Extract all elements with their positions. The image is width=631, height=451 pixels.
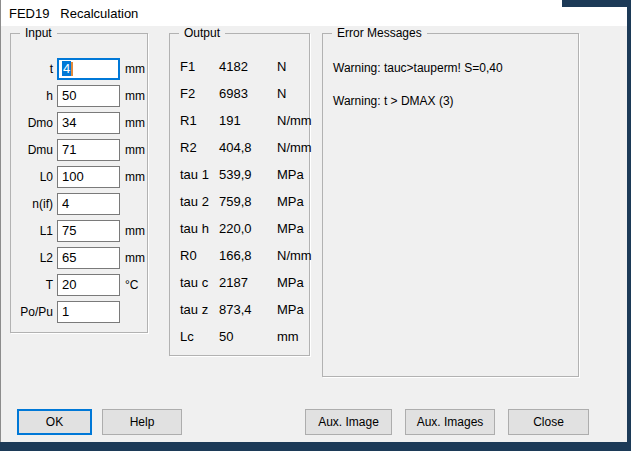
output-row-tauc: tau c 2187 MPa: [180, 269, 309, 296]
window-left-edge: [0, 0, 1, 444]
output-row-f2: F2 6983 N: [180, 80, 309, 107]
input-field-h[interactable]: [57, 85, 120, 107]
input-row-temp: T °C: [11, 271, 147, 298]
input-group-label: Input: [20, 26, 57, 41]
output-group-label: Output: [179, 26, 225, 41]
output-row-r2: R2 404,8 N/mm: [180, 134, 309, 161]
input-unit-l1: mm: [125, 224, 145, 238]
output-group: Output F1 4182 N F2 6983 N R1 191 N/mm R…: [169, 33, 310, 356]
input-row-h: h mm: [11, 82, 147, 109]
aux-image-button[interactable]: Aux. Image: [305, 409, 392, 435]
aux-images-button[interactable]: Aux. Images: [405, 409, 495, 435]
input-row-t: t 4 mm: [11, 55, 147, 82]
text-caret: [71, 62, 73, 76]
input-label-h: h: [11, 89, 53, 103]
output-row-tauh: tau h 220,0 MPa: [180, 215, 309, 242]
input-field-dmu[interactable]: [57, 139, 120, 161]
output-label: tau 1: [180, 167, 219, 182]
output-unit: MPa: [277, 275, 304, 290]
output-value: 220,0: [219, 221, 277, 236]
input-label-l2: L2: [11, 251, 53, 265]
help-button[interactable]: Help: [102, 409, 182, 435]
output-value: 539,9: [219, 167, 277, 182]
output-unit: MPa: [277, 302, 304, 317]
output-unit: MPa: [277, 167, 304, 182]
input-label-t: t: [11, 62, 53, 76]
output-label: tau z: [180, 302, 219, 317]
output-unit: N/mm: [277, 113, 312, 128]
window-bottom-frame: [0, 442, 631, 451]
output-row-f1: F1 4182 N: [180, 53, 309, 80]
input-rows: t 4 mm h mm Dmo mm Dmu mm: [11, 34, 147, 325]
output-unit: N: [277, 86, 286, 101]
output-value: 191: [219, 113, 277, 128]
output-unit: MPa: [277, 221, 304, 236]
input-field-l1[interactable]: [57, 220, 120, 242]
input-row-l0: L0 mm: [11, 163, 147, 190]
output-unit: N: [277, 59, 286, 74]
input-field-dmo[interactable]: [57, 112, 120, 134]
error-message: Warning: t > DMAX (3): [333, 94, 578, 127]
input-field-temp[interactable]: [57, 274, 120, 296]
input-unit-dmo: mm: [125, 116, 145, 130]
output-label: R1: [180, 113, 219, 128]
input-field-t[interactable]: 4: [57, 58, 120, 80]
output-row-r1: R1 191 N/mm: [180, 107, 309, 134]
close-button[interactable]: Close: [508, 409, 589, 435]
input-row-l2: L2 mm: [11, 244, 147, 271]
output-label: tau 2: [180, 194, 219, 209]
input-label-l0: L0: [11, 170, 53, 184]
input-field-l2[interactable]: [57, 247, 120, 269]
input-unit-l0: mm: [125, 170, 145, 184]
output-value: 166,8: [219, 248, 277, 263]
input-field-nif[interactable]: [57, 193, 120, 215]
output-row-tauz: tau z 873,4 MPa: [180, 296, 309, 323]
window-right-frame: [627, 0, 631, 451]
output-value: 873,4: [219, 302, 277, 317]
output-value: 2187: [219, 275, 277, 290]
ok-button[interactable]: OK: [17, 409, 92, 435]
error-messages-group: Error Messages Warning: tauc>tauperm! S=…: [322, 33, 579, 377]
error-message-list: Warning: tauc>tauperm! S=0,40 Warning: t…: [323, 34, 578, 127]
input-label-popu: Po/Pu: [11, 305, 53, 319]
input-row-l1: L1 mm: [11, 217, 147, 244]
output-label: R2: [180, 140, 219, 155]
output-value: 4182: [219, 59, 277, 74]
input-field-popu[interactable]: [57, 301, 120, 323]
input-unit-h: mm: [125, 89, 145, 103]
input-unit-l2: mm: [125, 251, 145, 265]
input-row-nif: n(if): [11, 190, 147, 217]
input-unit-t: mm: [125, 62, 145, 76]
input-row-dmo: Dmo mm: [11, 109, 147, 136]
window-top-right-frame: [562, 0, 631, 7]
output-row-tau2: tau 2 759,8 MPa: [180, 188, 309, 215]
output-label: Lc: [180, 329, 219, 344]
output-label: F1: [180, 59, 219, 74]
selected-text: 4: [62, 61, 71, 76]
output-value: 404,8: [219, 140, 277, 155]
output-rows: F1 4182 N F2 6983 N R1 191 N/mm R2 404,8…: [170, 34, 309, 350]
input-field-l0[interactable]: [57, 166, 120, 188]
input-row-popu: Po/Pu: [11, 298, 147, 325]
output-unit: N/mm: [277, 140, 312, 155]
input-label-l1: L1: [11, 224, 53, 238]
dialog-window: FED19 Recalculation Input t 4 mm h mm Dm…: [0, 0, 631, 451]
output-value: 6983: [219, 86, 277, 101]
output-unit: MPa: [277, 194, 304, 209]
input-label-dmo: Dmo: [11, 116, 53, 130]
output-value: 759,8: [219, 194, 277, 209]
output-label: tau h: [180, 221, 219, 236]
output-unit: N/mm: [277, 248, 312, 263]
output-value: 50: [219, 329, 277, 344]
output-row-tau1: tau 1 539,9 MPa: [180, 161, 309, 188]
output-row-r0: R0 166,8 N/mm: [180, 242, 309, 269]
input-label-dmu: Dmu: [11, 143, 53, 157]
output-label: F2: [180, 86, 219, 101]
input-row-dmu: Dmu mm: [11, 136, 147, 163]
error-messages-group-label: Error Messages: [332, 26, 427, 41]
input-group: Input t 4 mm h mm Dmo mm Dmu: [10, 33, 148, 333]
input-label-nif: n(if): [11, 197, 53, 211]
output-label: tau c: [180, 275, 219, 290]
input-label-temp: T: [11, 278, 53, 292]
title-bar: FED19 Recalculation: [1, 0, 627, 26]
